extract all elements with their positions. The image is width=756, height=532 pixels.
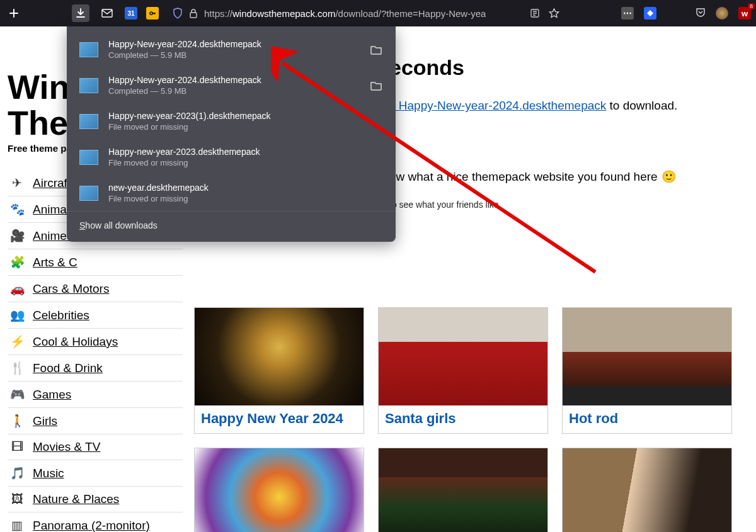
more-icon[interactable]: ⋯ [621, 7, 634, 20]
lock-icon [189, 8, 198, 18]
download-item[interactable]: Happy-New-year-2024.deskthemepack Comple… [67, 67, 396, 103]
mail-icon[interactable] [98, 4, 116, 22]
sidebar-item[interactable]: ⚡ Cool & Holidays [8, 329, 183, 355]
open-folder-icon[interactable] [369, 43, 383, 57]
category-label: Music [33, 467, 64, 480]
new-tab-button[interactable] [5, 4, 23, 22]
download-item[interactable]: Happy-New-year-2024.deskthemepack Comple… [67, 31, 396, 67]
category-label: Celebrities [33, 308, 89, 322]
theme-thumbnail [195, 308, 364, 405]
svg-point-1 [150, 12, 152, 14]
smile-emoji: 🙂 [662, 169, 677, 184]
download-filename: Happy-New-year-2024.deskthemepack [108, 39, 359, 49]
theme-thumbnail [379, 308, 547, 405]
download-item[interactable]: Happy-new-year-2023.deskthemepack File m… [67, 139, 396, 175]
category-label: Food & Drink [33, 361, 103, 375]
category-icon: 🎥 [10, 229, 24, 243]
category-icon: 👥 [10, 308, 24, 322]
category-icon: ✈ [10, 176, 24, 190]
url-text: https://windowsthemepack.com/download/?t… [204, 8, 486, 19]
category-label: Aircraft [33, 176, 71, 190]
sidebar-item[interactable]: 🎞 Movies & TV [8, 434, 183, 460]
download-thumb-icon [79, 186, 98, 201]
category-icon: 🍴 [10, 361, 24, 375]
theme-title: Hot rod [563, 405, 731, 433]
download-thumb-icon [79, 78, 98, 93]
category-label: Cool & Holidays [33, 335, 118, 349]
share-text: ow what a nice themepack website you fou… [389, 169, 742, 184]
facebook-like-text: to see what your friends like. [389, 200, 742, 210]
show-all-downloads[interactable]: Show all downloads [67, 211, 396, 237]
category-icon: 🖼 [10, 492, 24, 506]
theme-thumbnail [563, 448, 731, 532]
sidebar-item[interactable]: 👥 Celebrities [8, 302, 183, 329]
theme-card[interactable]: Happy New Year 2024 [194, 307, 364, 434]
category-icon: 🎞 [10, 440, 24, 454]
browser-toolbar: 31 https://windowsthemepack.com/download… [0, 0, 756, 26]
download-sentence: k Happy-New-year-2024.deskthemepack to d… [389, 99, 742, 113]
category-label: Arts & C [33, 256, 77, 269]
calendar-badge[interactable]: 31 [125, 7, 137, 20]
badge-count: 8 [748, 3, 755, 9]
category-label: Nature & Places [33, 492, 119, 506]
profile-avatar[interactable] [716, 7, 728, 20]
category-icon: 🚶 [10, 414, 24, 428]
download-status: Completed — 5.9 MB [108, 86, 359, 96]
open-folder-icon[interactable] [369, 79, 383, 93]
sidebar-item[interactable]: 🎮 Games [8, 382, 183, 408]
download-thumb-icon [79, 150, 98, 165]
category-icon: 🎵 [10, 466, 24, 480]
theme-card[interactable]: Christmas Trees [378, 448, 548, 532]
download-status: File moved or missing [108, 122, 383, 132]
category-label: Cars & Motors [33, 282, 109, 296]
download-link[interactable]: k Happy-New-year-2024.deskthemepack [389, 99, 606, 112]
download-item[interactable]: Happy-new-year-2023(1).deskthemepack Fil… [67, 103, 396, 139]
download-thumb-icon [79, 114, 98, 129]
reader-mode-icon[interactable] [530, 8, 540, 18]
theme-card[interactable]: LEGO Minifigures [194, 448, 364, 532]
category-icon: 🎮 [10, 387, 24, 402]
category-icon: 🐾 [10, 202, 24, 217]
download-filename: Happy-New-year-2024.deskthemepack [108, 75, 359, 85]
svg-rect-0 [102, 9, 112, 17]
sidebar-item[interactable]: 🎵 Music [8, 460, 183, 487]
download-status: File moved or missing [108, 194, 383, 203]
download-thumb-icon [79, 42, 98, 57]
category-icon: 🚗 [10, 281, 24, 296]
category-label: Movies & TV [33, 440, 100, 454]
shield-icon [173, 8, 183, 19]
extension-blue-icon[interactable] [644, 7, 656, 20]
theme-card[interactable]: Hot rod [562, 307, 732, 434]
download-item[interactable]: new-year.deskthemepack File moved or mis… [67, 175, 396, 211]
download-status: Completed — 5.9 MB [108, 50, 359, 60]
svg-rect-2 [190, 13, 197, 18]
theme-title: Happy New Year 2024 [195, 405, 364, 433]
address-bar[interactable]: https://windowsthemepack.com/download/?t… [168, 3, 564, 23]
category-label: Games [33, 388, 71, 402]
category-icon: ⚡ [10, 334, 24, 349]
download-filename: Happy-new-year-2023.deskthemepack [108, 147, 383, 157]
theme-thumbnail [563, 308, 731, 405]
sidebar-item[interactable]: ▥ Panorama (2-monitor) [8, 512, 183, 532]
download-status: File moved or missing [108, 158, 383, 167]
sidebar-item[interactable]: 🧩 Arts & C [8, 249, 183, 276]
download-filename: new-year.deskthemepack [108, 183, 383, 193]
sidebar-item[interactable]: 🚗 Cars & Motors [8, 276, 183, 302]
theme-card[interactable]: Santa girls [378, 307, 548, 434]
downloads-button[interactable] [72, 4, 89, 22]
category-label: Panorama (2-monitor) [33, 519, 150, 532]
sidebar-item[interactable]: 🚶 Girls [8, 408, 183, 434]
hero-heading-partial: econds [389, 55, 742, 80]
download-filename: Happy-new-year-2023(1).deskthemepack [108, 111, 383, 121]
pocket-icon[interactable] [696, 8, 706, 19]
key-icon[interactable] [146, 7, 159, 20]
sidebar-item[interactable]: 🍴 Food & Drink [8, 355, 183, 382]
downloads-panel: Happy-New-year-2024.deskthemepack Comple… [67, 26, 396, 242]
theme-cards-grid: Happy New Year 2024 Santa girls Hot rod … [194, 307, 748, 532]
theme-thumbnail [195, 448, 364, 532]
theme-card[interactable]: Tate McRae [562, 448, 732, 532]
extension-red-icon[interactable]: w 8 [738, 7, 751, 20]
sidebar-item[interactable]: 🖼 Nature & Places [8, 487, 183, 512]
calendar-day: 31 [127, 10, 134, 17]
bookmark-star-icon[interactable] [549, 8, 559, 19]
